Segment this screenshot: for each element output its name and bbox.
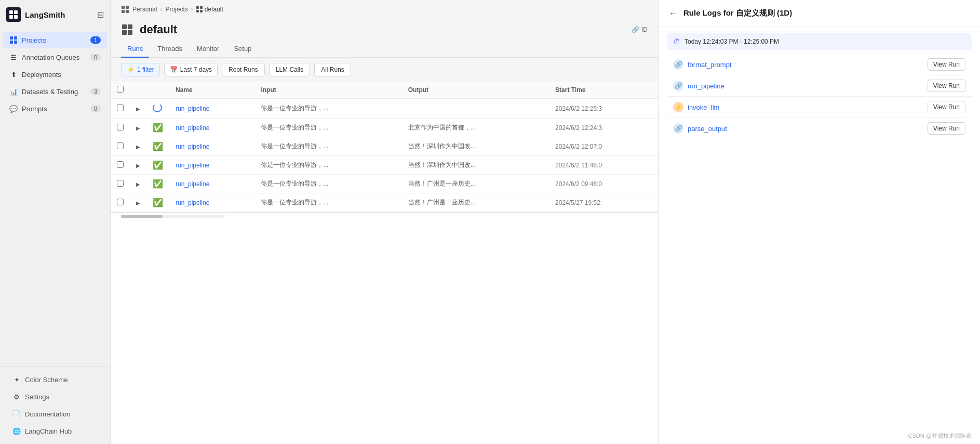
status-success-icon: ✅: [153, 123, 163, 132]
llm-calls-button[interactable]: LLM Calls: [269, 63, 310, 76]
row-name-cell: run_pipeline: [169, 156, 254, 175]
run-name-link[interactable]: run_pipeline: [176, 180, 209, 188]
tab-setup[interactable]: Setup: [227, 41, 258, 58]
sidebar-item-prompts[interactable]: 💬 Prompts 0: [3, 100, 107, 117]
tab-runs[interactable]: Runs: [121, 41, 149, 58]
row-checkbox[interactable]: [117, 199, 124, 205]
projects-badge: 1: [90, 36, 101, 44]
all-runs-button[interactable]: All Runs: [314, 63, 351, 76]
table-row: ▶ ✅ run_pipeline 你是一位专业的导游，... 北京作为中国的首都…: [111, 119, 658, 137]
row-checkbox[interactable]: [117, 105, 124, 111]
row-name-cell: run_pipeline: [169, 119, 254, 137]
log-time-range: Today 12:24:03 PM - 12:25:00 PM: [684, 38, 779, 45]
filter-button[interactable]: ⚡ 1 filter: [121, 63, 160, 76]
sidebar-item-projects[interactable]: Projects 1: [3, 32, 107, 48]
langchain-hub-icon: 🌐: [12, 427, 21, 435]
expand-icon[interactable]: ▶: [136, 163, 140, 168]
prompts-label: Prompts: [22, 105, 86, 113]
log-entry-name[interactable]: invoke_llm: [688, 103, 923, 111]
project-header: default 🔗 ID: [111, 19, 658, 41]
breadcrumb-projects[interactable]: Projects: [165, 6, 187, 13]
expand-icon[interactable]: ▶: [136, 106, 140, 112]
horizontal-scrollbar[interactable]: [111, 212, 658, 220]
row-status-cell: [146, 99, 169, 119]
svg-rect-0: [9, 10, 13, 14]
run-input: 你是一位专业的导游，...: [261, 180, 328, 187]
run-name-link[interactable]: run_pipeline: [176, 124, 209, 132]
log-entry-name[interactable]: run_pipeline: [688, 82, 923, 90]
view-run-button[interactable]: View Run: [928, 101, 965, 113]
sidebar-item-datasets-testing[interactable]: 📊 Datasets & Testing 3: [3, 83, 107, 100]
sidebar-item-deployments[interactable]: ⬆ Deployments: [3, 66, 107, 83]
rule-log-title: Rule Logs for 自定义规则 (1D): [683, 8, 792, 18]
datasets-badge: 3: [90, 88, 101, 95]
invoke-llm-icon: ⚡: [675, 103, 682, 111]
sidebar-item-langchain-hub[interactable]: 🌐 LangChain Hub: [6, 423, 104, 439]
sidebar-item-color-scheme[interactable]: ✦ Color Scheme: [6, 371, 104, 388]
time-filter-button[interactable]: 📅 Last 7 days: [164, 63, 218, 76]
th-expand: [130, 82, 146, 99]
filter-icon: ⚡: [127, 66, 135, 73]
tab-monitor[interactable]: Monitor: [191, 41, 225, 58]
run-name-link[interactable]: run_pipeline: [176, 143, 209, 150]
run-name-link[interactable]: run_pipeline: [176, 199, 209, 206]
svg-rect-2: [9, 15, 13, 19]
deployments-label: Deployments: [22, 71, 101, 79]
row-checkbox-cell: [111, 119, 130, 137]
table-row: ▶ ✅ run_pipeline 你是一位专业的导游，... 当然！深圳作为中国…: [111, 137, 658, 156]
sidebar-toggle-icon[interactable]: ⊟: [97, 10, 104, 20]
row-time-cell: 2024/6/2 09:48:0: [549, 175, 658, 193]
projects-label: Projects: [22, 36, 86, 44]
right-panel-header: ← Rule Logs for 自定义规则 (1D): [659, 0, 980, 27]
sidebar-bottom: ✦ Color Scheme ⚙ Settings 📄 Documentatio…: [0, 366, 110, 444]
annotation-queues-label: Annotation Queues: [22, 54, 86, 61]
clock-icon: ⏱: [673, 37, 680, 46]
row-expand-cell: ▶: [130, 175, 146, 193]
row-expand-cell: ▶: [130, 137, 146, 156]
expand-icon[interactable]: ▶: [136, 181, 140, 187]
tab-threads[interactable]: Threads: [151, 41, 189, 58]
row-checkbox[interactable]: [117, 180, 124, 187]
svg-rect-1: [14, 10, 18, 14]
row-input-cell: 你是一位专业的导游，...: [254, 175, 401, 193]
annotation-queues-icon: ☰: [9, 53, 18, 61]
id-badge[interactable]: 🔗 ID: [632, 26, 648, 33]
view-run-button[interactable]: View Run: [928, 122, 965, 135]
sidebar-item-documentation[interactable]: 📄 Documentation: [6, 406, 104, 422]
row-time-cell: 2024/6/2 12:07:0: [549, 137, 658, 156]
expand-icon[interactable]: ▶: [136, 125, 140, 131]
log-time-row: ⏱ Today 12:24:03 PM - 12:25:00 PM: [667, 33, 972, 50]
row-checkbox[interactable]: [117, 142, 124, 149]
row-name-cell: run_pipeline: [169, 175, 254, 193]
status-success-icon: ✅: [153, 179, 163, 188]
log-entry: ⚡ invoke_llm View Run: [667, 97, 972, 118]
rule-log-body: ⏱ Today 12:24:03 PM - 12:25:00 PM 🔗 form…: [659, 27, 980, 428]
sidebar-item-settings[interactable]: ⚙ Settings: [6, 388, 104, 405]
datasets-icon: 📊: [9, 87, 18, 96]
documentation-label: Documentation: [25, 410, 98, 418]
root-runs-button[interactable]: Root Runs: [222, 63, 265, 76]
project-title: default: [140, 23, 625, 36]
sidebar-item-annotation-queues[interactable]: ☰ Annotation Queues 0: [3, 49, 107, 66]
view-run-button[interactable]: View Run: [928, 80, 965, 92]
back-button[interactable]: ←: [669, 9, 677, 18]
log-entry-icon: ⚡: [673, 102, 683, 112]
expand-icon[interactable]: ▶: [136, 144, 140, 150]
run-output: 当然！深圳作为中国改...: [408, 142, 476, 150]
row-checkbox[interactable]: [117, 161, 124, 168]
row-checkbox-cell: [111, 193, 130, 212]
expand-icon[interactable]: ▶: [136, 200, 140, 206]
select-all-checkbox[interactable]: [117, 86, 124, 93]
row-output-cell: 北京作为中国的首都，...: [402, 119, 549, 137]
log-entry-name[interactable]: format_prompt: [688, 61, 923, 69]
run-name-link[interactable]: run_pipeline: [176, 105, 209, 112]
run-name-link[interactable]: run_pipeline: [176, 162, 209, 169]
breadcrumb-personal[interactable]: Personal: [132, 6, 157, 13]
breadcrumb-current: default: [196, 6, 223, 13]
log-entry-name[interactable]: parse_output: [688, 125, 923, 133]
deployments-icon: ⬆: [9, 70, 18, 79]
view-run-button[interactable]: View Run: [928, 58, 965, 71]
log-entry-icon: 🔗: [673, 59, 683, 70]
table-row: ▶ ✅ run_pipeline 你是一位专业的导游，... 当然！广州是一座历…: [111, 193, 658, 212]
row-checkbox[interactable]: [117, 124, 124, 130]
